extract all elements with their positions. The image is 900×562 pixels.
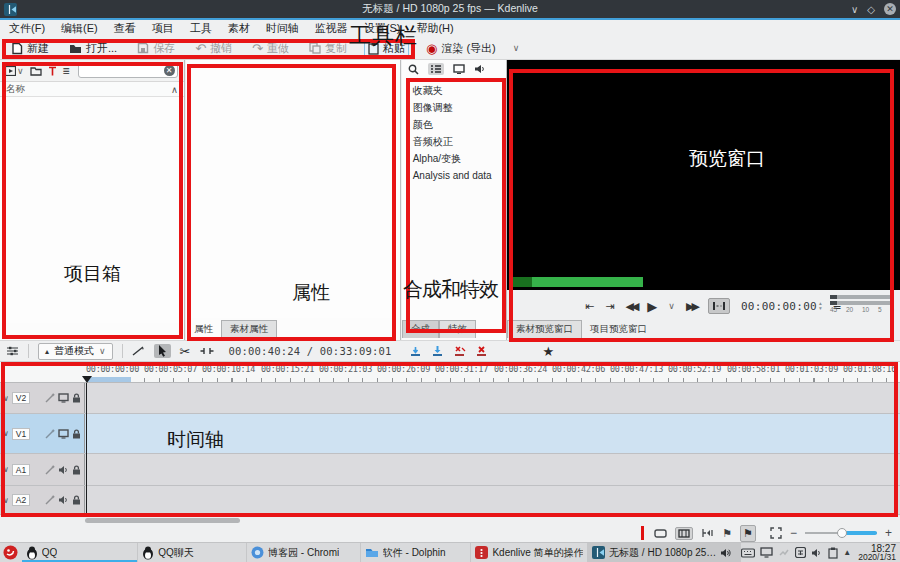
tab-clip-monitor[interactable]: 素材预览窗口 [507, 320, 582, 338]
bin-columns-header[interactable]: 名称 ∧ [0, 82, 184, 97]
track-body-a1[interactable] [85, 454, 900, 485]
input-method-icon[interactable] [795, 547, 806, 558]
show-video-thumbnails-icon[interactable] [675, 527, 693, 540]
razor-tool-icon[interactable]: ✂ [180, 344, 191, 359]
new-button[interactable]: 新建 [8, 39, 52, 58]
menu-help[interactable]: 帮助(H) [416, 21, 453, 36]
add-clip-icon[interactable]: ∨ [5, 66, 24, 76]
track-effects-icon[interactable] [45, 393, 55, 403]
effect-category-alpha[interactable]: ›Alpha/变换 [406, 150, 506, 167]
lock-track-icon[interactable] [72, 465, 81, 475]
show-thumbnails-icon[interactable] [654, 528, 667, 539]
effect-category-audio[interactable]: ›音频校正 [406, 133, 506, 150]
taskbar-item-dolphin[interactable]: 软件 - Dolphin [361, 543, 472, 562]
volume-icon[interactable] [811, 548, 823, 558]
tab-properties[interactable]: 属性 [186, 321, 221, 338]
zone-in-icon[interactable]: ⇤ [585, 300, 594, 313]
menu-clip[interactable]: 素材 [228, 21, 250, 36]
bin-search-input[interactable]: ✕ [78, 63, 178, 78]
lock-track-icon[interactable] [72, 495, 81, 505]
tab-project-monitor[interactable]: 项目预览窗口 [582, 321, 655, 338]
undo-button[interactable]: ↶ 撤销 [192, 39, 235, 58]
track-header-v2[interactable]: ∨ V2 [0, 383, 85, 413]
timeline-timecode[interactable]: 00:00:40:24 / 00:33:09:01 [229, 345, 392, 357]
taskbar-item-chromium[interactable]: 博客园 - Chromi [247, 543, 361, 562]
menu-file[interactable]: 文件(F) [9, 21, 45, 36]
tab-clip-properties[interactable]: 素材属性 [221, 320, 277, 338]
track-name[interactable]: V1 [12, 428, 30, 440]
timecode-spinner[interactable]: ▴▾ [819, 301, 822, 311]
display-icon[interactable] [760, 547, 773, 558]
delete-icon[interactable] [48, 66, 57, 76]
hide-video-icon[interactable] [58, 393, 69, 403]
expand-arrow-icon[interactable]: › [406, 120, 409, 129]
collapse-track-icon[interactable]: ∨ [3, 465, 9, 474]
clear-search-icon[interactable]: ✕ [164, 65, 175, 76]
zoom-fit-icon[interactable] [770, 527, 782, 539]
paste-button[interactable]: 粘贴 [364, 39, 409, 58]
insert-zone-icon[interactable] [409, 346, 422, 357]
create-folder-icon[interactable] [30, 66, 42, 76]
mute-track-icon[interactable] [58, 495, 69, 505]
play-options-chevron[interactable]: ∨ [668, 301, 675, 311]
effect-category-color[interactable]: ›颜色 [406, 116, 506, 133]
track-header-v1[interactable]: ∨ V1 [0, 414, 85, 453]
expand-arrow-icon[interactable]: › [406, 103, 409, 112]
track-name[interactable]: A1 [12, 464, 30, 476]
timeline-scrollbar[interactable] [0, 517, 900, 524]
zoom-slider[interactable] [805, 527, 877, 539]
render-button[interactable]: ◉ 渲染 (导出) [423, 39, 499, 58]
menu-timeline[interactable]: 时间轴 [266, 21, 299, 36]
taskbar-item-markdown-editor[interactable]: Kdenlive 简单的操作.md - [471, 543, 588, 562]
video-effects-icon[interactable] [453, 64, 465, 74]
launcher-icon[interactable] [0, 543, 22, 562]
track-body-v2[interactable] [85, 383, 900, 413]
hide-video-icon[interactable] [58, 429, 69, 439]
bin-empty-list[interactable] [0, 97, 184, 323]
monitor-zone-bar[interactable] [510, 277, 643, 287]
marker-flag-icon[interactable]: ⚑ [722, 527, 732, 540]
taskbar-item-qq[interactable]: QQ [22, 543, 139, 562]
show-audio-thumbnails-icon[interactable] [701, 528, 714, 538]
track-effects-icon[interactable] [45, 495, 55, 505]
minimize-button[interactable]: ∨ [851, 4, 858, 15]
clipboard-icon[interactable] [828, 547, 838, 559]
mute-track-icon[interactable] [58, 465, 69, 475]
collapse-track-icon[interactable]: ∨ [3, 394, 9, 403]
redo-button[interactable]: ↷ 重做 [249, 39, 292, 58]
track-name[interactable]: A2 [12, 494, 30, 506]
play-icon[interactable]: ▶ [647, 299, 657, 314]
audio-effects-icon[interactable] [474, 64, 486, 74]
menu-settings[interactable]: 设置(S) [364, 21, 401, 36]
zoom-in-icon[interactable]: + [885, 526, 892, 540]
spacer-tool-icon[interactable] [200, 346, 214, 356]
playhead-icon[interactable] [82, 376, 92, 383]
track-effects-icon[interactable] [45, 465, 55, 475]
tab-compositions[interactable]: 合成 [402, 320, 439, 338]
menu-tools[interactable]: 工具 [190, 21, 212, 36]
zone-out-icon[interactable]: ⇥ [605, 300, 614, 313]
zoom-out-icon[interactable]: − [790, 526, 797, 540]
timeline-zone[interactable] [86, 377, 131, 382]
effect-category-analysis[interactable]: ›Analysis and data [406, 167, 506, 184]
monitor-timecode[interactable]: 00:00:00:00 [741, 300, 817, 313]
rewind-icon[interactable]: ◀◀ [625, 300, 636, 313]
bin-menu-icon[interactable]: ≡ [63, 64, 70, 78]
copy-button[interactable]: 复制 [306, 39, 350, 58]
effect-category-image-adjust[interactable]: ›图像调整 [406, 99, 506, 116]
taskbar-item-kdenlive-active[interactable]: 无标题 / HD 1080p 25… [588, 543, 741, 562]
track-header-a2[interactable]: ∨ A2 [0, 486, 85, 514]
keyboard-icon[interactable] [741, 548, 755, 558]
lock-track-icon[interactable] [72, 393, 81, 403]
slider-handle[interactable] [837, 528, 847, 538]
timeline-mode-select[interactable]: ▴ 普通模式 ∨ [38, 343, 113, 360]
title-bar[interactable]: 无标题 / HD 1080p 25 fps — Kdenlive ∨ ◇ ✕ [0, 0, 900, 18]
menu-monitor[interactable]: 监视器 [315, 21, 348, 36]
track-body-v1[interactable] [85, 414, 900, 453]
delete-zone-icon[interactable] [475, 346, 488, 357]
tab-effects[interactable]: 特效 [439, 320, 476, 338]
timeline-ruler[interactable]: 00:00:00:00 00:00:05:07 00:00:10:14 00:0… [0, 362, 900, 383]
menu-view[interactable]: 查看 [114, 21, 136, 36]
menu-edit[interactable]: 编辑(E) [61, 21, 98, 36]
snap-flag-icon[interactable]: ⚑ [740, 525, 756, 542]
